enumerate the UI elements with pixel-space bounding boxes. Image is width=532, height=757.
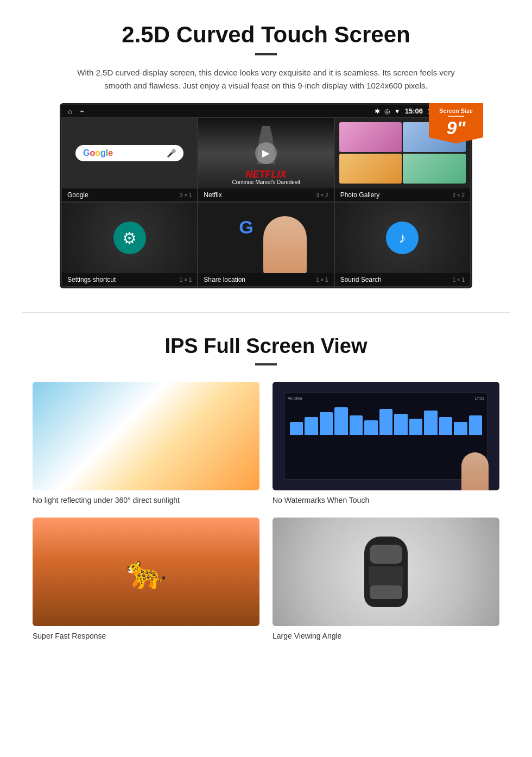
app-cell-sound[interactable]: ♪ Sound Search 1 × 1 bbox=[334, 202, 471, 287]
screen-size-badge: Screen Size 9" bbox=[429, 103, 483, 143]
amp-bar-10 bbox=[424, 411, 437, 435]
section1-title: 2.5D Curved Touch Screen bbox=[33, 22, 499, 48]
share-app-size: 1 × 1 bbox=[316, 277, 328, 283]
amp-bar-2 bbox=[305, 417, 318, 435]
amp-bar-6 bbox=[364, 420, 377, 435]
section1: 2.5D Curved Touch Screen With 2.5D curve… bbox=[0, 0, 532, 307]
gallery-app-label: Photo Gallery bbox=[340, 191, 380, 199]
car-roof bbox=[369, 566, 403, 585]
hand-graphic bbox=[263, 216, 307, 273]
sunlight-visual bbox=[33, 382, 259, 490]
app-cell-settings[interactable]: ⚙ Settings shortcut 1 × 1 bbox=[61, 202, 198, 287]
amp-bar-4 bbox=[334, 407, 347, 435]
mic-icon[interactable]: 🎤 bbox=[167, 149, 176, 157]
settings-thumbnail: ⚙ bbox=[62, 203, 197, 273]
cheetah-emoji: 🐆 bbox=[126, 553, 167, 591]
car-top-shape bbox=[364, 537, 408, 607]
netflix-thumbnail: ▶ NETFLIX Continue Marvel's Daredevil bbox=[198, 118, 333, 188]
cheetah-visual: 🐆 bbox=[33, 518, 259, 626]
feature-car: Large Viewing Angle bbox=[273, 518, 499, 640]
feature-amplifier: Amplifier 17:33 bbox=[273, 382, 499, 504]
section-divider bbox=[22, 312, 510, 313]
amp-bar-11 bbox=[439, 417, 452, 435]
location-icon: ◎ bbox=[384, 108, 390, 115]
netflix-app-size: 3 × 2 bbox=[316, 192, 328, 198]
netflix-app-label: Netflix bbox=[204, 191, 221, 199]
badge-line bbox=[448, 116, 464, 117]
google-logo: Google bbox=[83, 148, 113, 158]
amp-bar-3 bbox=[320, 412, 333, 435]
amp-hand-graphic bbox=[461, 452, 489, 490]
feature-sunlight: No light reflecting under 360° direct su… bbox=[33, 382, 259, 504]
feature-img-car bbox=[273, 518, 499, 626]
badge-size: 9" bbox=[432, 118, 480, 137]
feature-cheetah: 🐆 Super Fast Response bbox=[33, 518, 259, 640]
amp-status-bar: Amplifier 17:33 bbox=[288, 396, 484, 400]
feature-img-amplifier: Amplifier 17:33 bbox=[273, 382, 499, 490]
netflix-overlay: NETFLIX Continue Marvel's Daredevil bbox=[198, 167, 333, 188]
device-wrapper: Screen Size 9" ⌂ ⌁ ✱ ◎ ▼ bbox=[60, 103, 472, 288]
app-grid: Google 🎤 Google 3 × 1 bbox=[61, 117, 471, 287]
amp-time: 17:33 bbox=[475, 396, 485, 400]
sunlight-label: No light reflecting under 360° direct su… bbox=[33, 496, 259, 504]
title-underline bbox=[255, 53, 277, 55]
settings-app-label: Settings shortcut bbox=[67, 276, 116, 283]
amplifier-label: No Watermarks When Touch bbox=[273, 496, 499, 504]
amp-bar-5 bbox=[350, 415, 363, 435]
amp-bar-7 bbox=[379, 409, 392, 435]
settings-app-size: 1 × 1 bbox=[180, 277, 192, 283]
app-cell-netflix[interactable]: ▶ NETFLIX Continue Marvel's Daredevil Ne… bbox=[198, 117, 334, 202]
share-label-row: Share location 1 × 1 bbox=[198, 273, 333, 286]
badge-title: Screen Size bbox=[432, 108, 480, 114]
gallery-app-size: 2 × 2 bbox=[452, 192, 465, 198]
app-cell-google[interactable]: Google 🎤 Google 3 × 1 bbox=[61, 117, 198, 202]
page: 2.5D Curved Touch Screen With 2.5D curve… bbox=[0, 0, 532, 662]
section2-underline bbox=[255, 363, 277, 365]
sound-app-label: Sound Search bbox=[340, 276, 382, 283]
section1-description: With 2.5D curved-display screen, this de… bbox=[76, 66, 456, 92]
amp-bar-12 bbox=[454, 422, 467, 435]
settings-label-row: Settings shortcut 1 × 1 bbox=[62, 273, 197, 286]
netflix-logo-text: NETFLIX bbox=[202, 169, 329, 179]
usb-icon: ⌁ bbox=[80, 107, 84, 115]
status-time: 15:06 bbox=[405, 107, 423, 115]
cheetah-label: Super Fast Response bbox=[33, 632, 259, 640]
maps-g-icon: G bbox=[239, 217, 253, 238]
app-cell-share[interactable]: G Share location 1 × 1 bbox=[198, 202, 334, 287]
share-thumbnail: G bbox=[198, 203, 333, 273]
netflix-subtitle: Continue Marvel's Daredevil bbox=[202, 179, 329, 185]
netflix-label-row: Netflix 3 × 2 bbox=[198, 188, 333, 201]
gallery-label-row: Photo Gallery 2 × 2 bbox=[335, 188, 470, 201]
car-visual bbox=[273, 518, 499, 626]
sound-thumbnail: ♪ bbox=[335, 203, 470, 273]
feature-img-sunlight bbox=[33, 382, 259, 490]
amp-bar-9 bbox=[409, 419, 422, 435]
google-label-row: Google 3 × 1 bbox=[62, 188, 197, 201]
car-windshield bbox=[370, 545, 402, 564]
android-screen: ⌂ ⌁ ✱ ◎ ▼ 15:06 ⊡ ◁) ⊠ ▭ bbox=[60, 103, 472, 288]
amp-bar-1 bbox=[290, 422, 303, 435]
sound-icon: ♪ bbox=[386, 222, 419, 254]
google-app-label: Google bbox=[67, 191, 88, 199]
amp-bar-8 bbox=[394, 414, 407, 435]
feature-grid: No light reflecting under 360° direct su… bbox=[33, 382, 499, 640]
settings-icon: ⚙ bbox=[113, 222, 146, 254]
gallery-thumb-1 bbox=[339, 122, 402, 152]
google-app-size: 3 × 1 bbox=[180, 192, 192, 198]
amplifier-visual: Amplifier 17:33 bbox=[273, 382, 499, 490]
share-app-label: Share location bbox=[204, 276, 245, 283]
sound-label-row: Sound Search 1 × 1 bbox=[335, 273, 470, 286]
amp-bars-chart bbox=[288, 402, 484, 435]
netflix-play-button[interactable]: ▶ bbox=[255, 142, 277, 164]
feature-img-cheetah: 🐆 bbox=[33, 518, 259, 626]
car-label: Large Viewing Angle bbox=[273, 632, 499, 640]
google-search-bar[interactable]: Google 🎤 bbox=[75, 145, 183, 161]
bluetooth-icon: ✱ bbox=[375, 108, 380, 115]
gallery-thumb-3 bbox=[339, 154, 402, 184]
google-thumbnail: Google 🎤 bbox=[62, 118, 197, 188]
section2: IPS Full Screen View No light reflecting… bbox=[0, 318, 532, 662]
home-icon[interactable]: ⌂ bbox=[68, 107, 72, 115]
sound-app-size: 1 × 1 bbox=[452, 277, 465, 283]
amp-title: Amplifier bbox=[288, 396, 302, 400]
section2-title: IPS Full Screen View bbox=[33, 335, 499, 358]
